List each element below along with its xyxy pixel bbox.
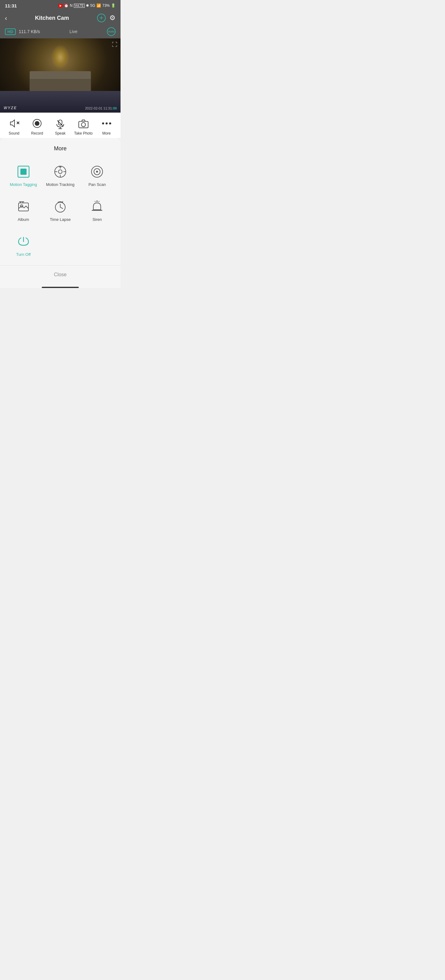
light-glow bbox=[51, 45, 70, 69]
signal-icon: 5G bbox=[90, 3, 95, 8]
speak-icon bbox=[54, 118, 66, 129]
auto-button[interactable]: Auto bbox=[107, 27, 116, 36]
alarm-icon: ⏰ bbox=[64, 3, 69, 8]
siren-button[interactable]: Siren bbox=[79, 193, 116, 228]
siren-icon bbox=[90, 199, 105, 214]
pan-scan-button[interactable]: Pan Scan bbox=[79, 158, 116, 193]
header: ‹ Kitchen Cam + ⚙ bbox=[0, 11, 120, 26]
header-actions: + ⚙ bbox=[97, 14, 116, 22]
svg-point-11 bbox=[105, 123, 108, 125]
sound-label: Sound bbox=[9, 131, 19, 135]
control-bar: Sound Record Speak Take Photo bbox=[0, 113, 120, 138]
record-control[interactable]: Record bbox=[28, 118, 46, 135]
more-panel-title: More bbox=[0, 143, 120, 158]
record-label: Record bbox=[31, 131, 43, 135]
speed-indicator: 111.7 KB/s bbox=[19, 29, 40, 34]
motion-tagging-label: Motion Tagging bbox=[10, 182, 37, 187]
close-label: Close bbox=[54, 272, 67, 277]
wifi-icon: 📶 bbox=[97, 3, 101, 8]
status-icons: ▶ ⏰ N VoLTE ✱ 5G 📶 73% 🔋 bbox=[59, 3, 116, 8]
camera-feed[interactable]: ⛶ WYZE 2022-02-01 11:31:00 bbox=[0, 38, 120, 113]
siren-label: Siren bbox=[92, 217, 102, 222]
svg-point-16 bbox=[59, 170, 62, 173]
close-bar[interactable]: Close bbox=[0, 266, 120, 284]
svg-point-12 bbox=[109, 123, 111, 125]
battery-icon: 🔋 bbox=[111, 3, 116, 8]
svg-point-23 bbox=[96, 171, 98, 173]
more-control[interactable]: More bbox=[97, 118, 116, 135]
take-photo-control[interactable]: Take Photo bbox=[74, 118, 93, 135]
settings-button[interactable]: ⚙ bbox=[109, 14, 116, 22]
more-icon bbox=[101, 118, 112, 129]
svg-point-10 bbox=[102, 123, 104, 125]
live-indicator: Live bbox=[70, 29, 78, 34]
speak-label: Speak bbox=[55, 131, 65, 135]
svg-point-9 bbox=[81, 123, 85, 127]
battery-indicator: 73% bbox=[102, 3, 110, 8]
camera-icon bbox=[78, 118, 89, 129]
home-indicator bbox=[42, 287, 79, 288]
turn-off-label: Turn Off bbox=[16, 252, 31, 257]
time-lapse-icon bbox=[53, 199, 68, 214]
sound-icon bbox=[8, 118, 20, 129]
camera-timestamp: 2022-02-01 11:31:00 bbox=[85, 107, 117, 110]
svg-rect-14 bbox=[21, 169, 27, 175]
take-photo-label: Take Photo bbox=[74, 131, 93, 135]
page-title: Kitchen Cam bbox=[35, 15, 69, 21]
nfc-icon: N bbox=[70, 3, 73, 8]
more-label: More bbox=[102, 131, 111, 135]
quality-left: HD 111.7 KB/s bbox=[5, 29, 40, 35]
record-icon bbox=[31, 118, 43, 129]
pan-scan-label: Pan Scan bbox=[89, 182, 106, 187]
album-icon bbox=[16, 199, 31, 214]
more-grid: Motion Tagging Motion Tracking Pan Sca bbox=[0, 158, 120, 263]
auto-label: Auto bbox=[108, 30, 115, 33]
quality-bar: HD 111.7 KB/s Live Auto bbox=[0, 26, 120, 38]
status-bar: 11:31 ▶ ⏰ N VoLTE ✱ 5G 📶 73% 🔋 bbox=[0, 0, 120, 11]
time-lapse-button[interactable]: Time Lapse bbox=[42, 193, 79, 228]
svg-line-33 bbox=[99, 201, 100, 202]
youtube-icon: ▶ bbox=[59, 4, 63, 8]
speak-control[interactable]: Speak bbox=[51, 118, 70, 135]
motion-tagging-icon bbox=[16, 164, 31, 179]
motion-tracking-label: Motion Tracking bbox=[46, 182, 74, 187]
power-icon bbox=[16, 234, 31, 249]
motion-tracking-icon bbox=[53, 164, 68, 179]
motion-tracking-button[interactable]: Motion Tracking bbox=[42, 158, 79, 193]
pan-scan-icon bbox=[90, 164, 105, 179]
sound-control[interactable]: Sound bbox=[5, 118, 23, 135]
volte-icon: VoLTE bbox=[74, 4, 85, 8]
status-time: 11:31 bbox=[5, 3, 17, 8]
album-label: Album bbox=[17, 217, 29, 222]
motion-tagging-button[interactable]: Motion Tagging bbox=[5, 158, 42, 193]
bluetooth-icon: ✱ bbox=[86, 3, 89, 8]
svg-point-3 bbox=[35, 121, 40, 126]
fullscreen-button[interactable]: ⛶ bbox=[112, 41, 117, 48]
hd-badge[interactable]: HD bbox=[5, 29, 16, 35]
svg-line-32 bbox=[95, 201, 95, 202]
back-button[interactable]: ‹ bbox=[5, 14, 7, 22]
turn-off-button[interactable]: Turn Off bbox=[5, 228, 42, 263]
add-button[interactable]: + bbox=[97, 14, 106, 22]
album-button[interactable]: Album bbox=[5, 193, 42, 228]
time-lapse-label: Time Lapse bbox=[50, 217, 70, 222]
wyze-logo: WYZE bbox=[4, 106, 17, 110]
more-panel: More Motion Tagging Motion Tracking bbox=[0, 138, 120, 288]
